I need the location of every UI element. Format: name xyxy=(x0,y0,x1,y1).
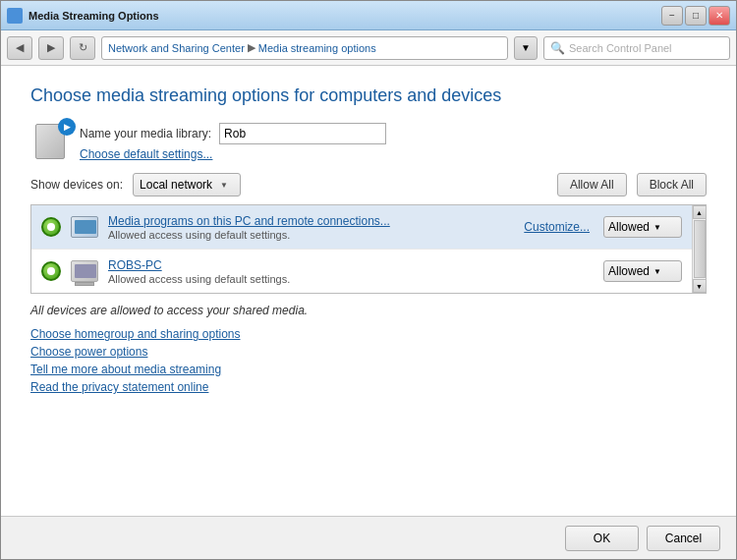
scroll-up-button[interactable]: ▲ xyxy=(693,205,707,219)
homegroup-link[interactable]: Choose homegroup and sharing options xyxy=(30,327,707,341)
bottom-bar: OK Cancel xyxy=(1,516,736,559)
forward-button[interactable]: ▶ xyxy=(38,36,64,60)
refresh-button[interactable]: ↻ xyxy=(70,36,95,60)
device-item: ROBS-PC Allowed access using default set… xyxy=(31,250,692,293)
search-box[interactable]: 🔍 Search Control Panel xyxy=(543,36,730,60)
privacy-link[interactable]: Read the privacy statement online xyxy=(30,380,707,394)
allowed-dropdown-2[interactable]: Allowed ▼ xyxy=(603,260,682,282)
scroll-down-button[interactable]: ▼ xyxy=(693,279,707,293)
show-devices-dropdown[interactable]: Local network ▼ xyxy=(133,173,241,196)
title-bar-controls: − □ ✕ xyxy=(661,6,730,26)
device-icon-pc xyxy=(69,255,100,287)
show-devices-label: Show devices on: xyxy=(30,178,123,192)
search-placeholder: Search Control Panel xyxy=(569,42,672,54)
library-name-row: Name your media library: xyxy=(80,123,386,144)
dropdown-arrow-icon: ▼ xyxy=(220,181,228,190)
title-bar-left: Media Streaming Options xyxy=(7,8,159,24)
device-info: Media programs on this PC and remote con… xyxy=(108,214,516,241)
show-devices-value: Local network xyxy=(140,178,212,192)
scrollbar: ▲ ▼ xyxy=(692,205,706,293)
page-title: Choose media streaming options for compu… xyxy=(30,85,707,106)
address-bar: ◀ ▶ ↻ Network and Sharing Center ▶ Media… xyxy=(1,30,736,66)
device-list: Media programs on this PC and remote con… xyxy=(30,204,707,294)
status-inner xyxy=(47,267,55,275)
allowed-arrow-2: ▼ xyxy=(653,267,661,276)
breadcrumb[interactable]: Network and Sharing Center ▶ Media strea… xyxy=(101,36,508,60)
device-icon xyxy=(69,211,100,243)
media-streaming-link[interactable]: Tell me more about media streaming xyxy=(30,363,707,376)
allow-all-button[interactable]: Allow All xyxy=(557,173,627,196)
device-info-2: ROBS-PC Allowed access using default set… xyxy=(108,258,595,285)
title-bar: Media Streaming Options − □ ✕ xyxy=(1,1,736,30)
window-icon xyxy=(7,8,23,24)
power-options-link[interactable]: Choose power options xyxy=(30,345,707,359)
library-label: Name your media library: xyxy=(80,127,211,140)
device-items: Media programs on this PC and remote con… xyxy=(31,205,692,293)
library-form: Name your media library: Choose default … xyxy=(80,123,386,161)
status-inner xyxy=(47,223,55,231)
block-all-button[interactable]: Block All xyxy=(637,173,707,196)
customize-link[interactable]: Customize... xyxy=(524,220,590,234)
ok-button[interactable]: OK xyxy=(565,526,639,551)
breadcrumb-item-1: Network and Sharing Center xyxy=(108,42,245,54)
search-icon: 🔍 xyxy=(550,41,565,55)
allowed-dropdown-1[interactable]: Allowed ▼ xyxy=(603,216,682,238)
main-window: Media Streaming Options − □ ✕ ◀ ▶ ↻ Netw… xyxy=(0,0,737,560)
breadcrumb-separator: ▶ xyxy=(248,41,255,54)
links-section: Choose homegroup and sharing options Cho… xyxy=(30,327,707,394)
default-settings-link[interactable]: Choose default settings... xyxy=(80,147,386,161)
media-badge-icon: ▶ xyxy=(58,118,76,136)
device-list-inner: Media programs on this PC and remote con… xyxy=(31,205,706,293)
device-name[interactable]: Media programs on this PC and remote con… xyxy=(108,214,516,228)
allowed-value-1: Allowed xyxy=(608,220,650,234)
device-item: Media programs on this PC and remote con… xyxy=(31,205,692,250)
back-button[interactable]: ◀ xyxy=(7,36,32,60)
media-library-row: ▶ Name your media library: Choose defaul… xyxy=(30,122,707,161)
library-name-input[interactable] xyxy=(219,123,386,144)
device-status-icon xyxy=(41,217,61,237)
show-devices-row: Show devices on: Local network ▼ Allow A… xyxy=(30,173,707,196)
minimize-button[interactable]: − xyxy=(661,6,683,26)
breadcrumb-item-2: Media streaming options xyxy=(258,42,376,54)
scroll-thumb[interactable] xyxy=(694,220,706,278)
allowed-arrow-1: ▼ xyxy=(653,223,661,232)
allowed-value-2: Allowed xyxy=(608,264,650,278)
device-desc: Allowed access using default settings. xyxy=(108,229,516,241)
cancel-button[interactable]: Cancel xyxy=(647,526,720,551)
breadcrumb-dropdown-button[interactable]: ▼ xyxy=(514,36,538,60)
device-status-icon xyxy=(41,261,61,281)
window-title: Media Streaming Options xyxy=(28,10,159,22)
device-desc-2: Allowed access using default settings. xyxy=(108,273,595,285)
maximize-button[interactable]: □ xyxy=(685,6,707,26)
media-library-icon: ▶ xyxy=(30,122,70,161)
main-content: Choose media streaming options for compu… xyxy=(1,66,736,516)
close-button[interactable]: ✕ xyxy=(709,6,730,26)
all-allowed-message: All devices are allowed to access your s… xyxy=(30,304,707,317)
device-name-2[interactable]: ROBS-PC xyxy=(108,258,595,272)
